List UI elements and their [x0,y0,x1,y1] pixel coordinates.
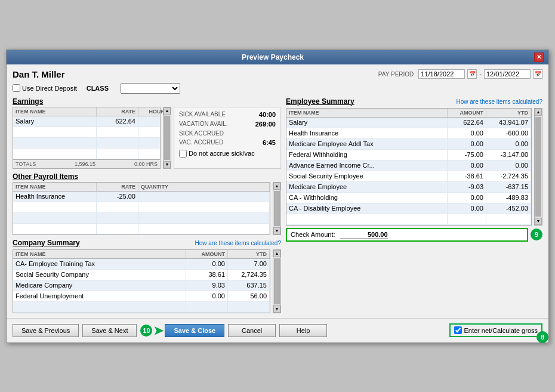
badge-8: 8 [536,331,548,343]
vac-accrued-label: VAC. ACCRUED [179,139,223,146]
save-next-button[interactable]: Save & Next [82,324,137,337]
employee-summary-scrollbar[interactable]: ▲ ▼ [534,108,542,226]
op-scroll-down[interactable]: ▼ [273,227,280,234]
scroll-up-arrow[interactable]: ▲ [164,107,171,115]
employee-summary-title: Employee Summary [286,97,354,106]
close-button[interactable]: ✕ [534,53,544,62]
sick-accrued-label: SICK ACCRUED [179,130,224,137]
employee-summary-row[interactable]: CA - Disability Employee 0.00 -452.03 [286,203,531,214]
op-scroll-up[interactable]: ▲ [273,183,280,190]
company-summary-row[interactable]: Social Security Company 38.61 2,724.35 [13,270,270,280]
earnings-totals-hours: 0:00 hrs [134,161,158,167]
employee-summary-row[interactable]: Advance Earned Income Cr... 0.00 0.00 [286,160,531,171]
earnings-row[interactable] [13,149,160,159]
cs-col-name: ITEM NAME [13,250,186,258]
vacation-avail-value: 269:00 [255,121,276,128]
employee-summary-row[interactable]: Federal Withholding -75.00 -3,147.00 [286,150,531,160]
date-separator: - [479,70,482,78]
help-button[interactable]: Help [279,324,327,337]
do-not-accrue-checkbox[interactable] [179,150,187,158]
other-payroll-title: Other Payroll Items [13,172,281,181]
es-col-ytd: YTD [486,109,531,117]
earnings-row[interactable]: Salary 622.64 5552 [13,116,160,127]
op-col-rate: RATE [97,183,138,191]
earnings-title: Earnings [13,97,281,106]
cs-scroll-up[interactable]: ▲ [273,250,280,257]
pay-period-start-input[interactable] [418,69,465,79]
dialog-title: Preview Paycheck [11,53,534,61]
earnings-row[interactable] [13,138,160,149]
other-payroll-row[interactable]: Health Insurance -25.00 [13,192,270,202]
save-close-button[interactable]: Save & Close [165,324,224,337]
title-bar: Preview Paycheck ✕ [7,50,548,64]
check-amount-input[interactable] [340,231,388,239]
employee-summary-row[interactable]: Social Security Employee -38.61 -2,724.3… [286,171,531,182]
es-scroll-up[interactable]: ▲ [535,109,542,116]
footer: Save & Previous Save & Next 10 ➤ Save & … [7,318,548,342]
company-summary-scrollbar[interactable]: ▲ ▼ [273,249,281,313]
es-col-name: ITEM NAME [286,109,448,117]
check-amount-label: Check Amount: [291,231,335,238]
earnings-cell-rate: 622.64 [97,116,138,126]
employee-summary-help-link[interactable]: How are these items calculated? [456,98,542,105]
other-payroll-scrollbar[interactable]: ▲ ▼ [273,182,281,235]
scroll-down-arrow[interactable]: ▼ [164,161,171,168]
company-summary-title: Company Summary [13,239,80,247]
company-summary-help-link[interactable]: How are these items calculated? [195,240,281,246]
sick-available-label: SICK AVAILABLE [179,111,226,118]
employee-name: Dan T. Miller [13,69,65,79]
earnings-scrollbar[interactable]: ▲ ▼ [163,107,171,169]
cancel-button[interactable]: Cancel [228,324,276,337]
class-select[interactable] [121,83,180,94]
employee-summary-row[interactable]: Medicare Employee Addl Tax 0.00 0.00 [286,139,531,150]
earnings-totals-label: TOTALS [16,161,36,167]
company-summary-row[interactable]: Federal Unemployment 0.00 56.00 [13,291,270,302]
enter-net-box: Enter net/Calculate gross [449,323,542,337]
op-col-name: ITEM NAME [13,183,97,191]
save-previous-button[interactable]: Save & Previous [13,324,79,337]
pay-period-label: PAY PERIOD [378,71,414,78]
end-calendar-icon[interactable]: 📅 [533,69,542,79]
employee-summary-row[interactable]: Salary 622.64 43,941.07 [286,118,531,128]
other-payroll-row[interactable] [13,224,270,234]
op-col-qty: QUANTITY [138,183,270,191]
other-payroll-row[interactable] [13,213,270,224]
es-col-amount: AMOUNT [448,109,486,117]
cs-scroll-down[interactable]: ▼ [273,305,280,313]
employee-summary-row[interactable]: Medicare Employee -9.03 -637.15 [286,182,531,193]
company-summary-row[interactable] [13,302,270,313]
vac-accrued-value: 6:45 [263,139,276,146]
badge-10: 10 [140,325,152,337]
employee-summary-row[interactable]: CA - Withholding 0.00 -489.83 [286,193,531,203]
cs-scroll-thumb[interactable] [274,258,280,304]
op-scroll-thumb[interactable] [274,191,280,226]
earnings-col-name: ITEM NAME [13,107,97,116]
class-label: CLASS [87,85,109,92]
company-summary-row[interactable]: Medicare Company 9.03 637.15 [13,280,270,291]
enter-net-checkbox[interactable] [454,326,462,334]
preview-paycheck-dialog: Preview Paycheck ✕ Dan T. Miller PAY PER… [6,50,549,343]
arrow-right-icon: ➤ [153,323,164,338]
sick-available-value: 40:00 [259,111,276,118]
start-calendar-icon[interactable]: 📅 [467,69,477,79]
pay-period-end-input[interactable] [484,69,531,79]
employee-summary-row[interactable]: Health Insurance 0.00 -600.00 [286,128,531,139]
es-scroll-down[interactable]: ▼ [535,218,542,225]
other-payroll-row[interactable] [13,202,270,213]
sick-vacation-panel: SICK AVAILABLE 40:00 VACATION AVAIL. 269… [174,107,281,169]
cs-col-amount: AMOUNT [186,250,228,258]
employee-summary-row[interactable] [286,214,531,225]
use-direct-deposit-checkbox[interactable]: Use Direct Deposit [13,84,77,92]
enter-net-label: Enter net/Calculate gross [464,327,538,334]
do-not-accrue-label: Do not accrue sick/vac [189,150,255,157]
scroll-thumb[interactable] [164,116,170,160]
earnings-row[interactable] [13,127,160,138]
earnings-col-rate: RATE [97,107,138,116]
earnings-cell-name: Salary [13,116,97,126]
check-amount-box: Check Amount: [286,228,528,242]
cs-col-ytd: YTD [228,250,270,258]
earnings-totals-rate: 1,596.15 [75,161,95,167]
es-scroll-thumb[interactable] [535,117,541,217]
vacation-avail-label: VACATION AVAIL. [179,121,228,128]
company-summary-row[interactable]: CA- Employee Training Tax 0.00 7.00 [13,259,270,270]
